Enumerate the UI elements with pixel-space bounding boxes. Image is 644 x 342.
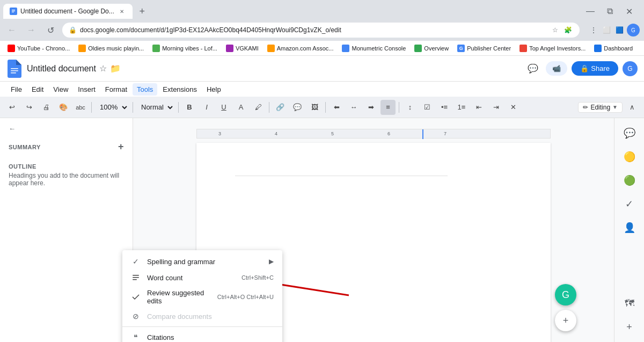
bookmark-dashboard[interactable]: Dashboard [591, 43, 636, 53]
bookmark-angel[interactable]: Top Angel Investors... [516, 43, 589, 53]
svg-rect-5 [11, 70, 18, 71]
bookmark-vgkami[interactable]: VGKAMI [223, 43, 262, 53]
minimize-button[interactable]: — [583, 4, 598, 19]
toolbar-separator-6 [399, 102, 399, 113]
italic-button[interactable]: I [199, 100, 214, 115]
svg-rect-4 [11, 68, 18, 69]
extensions-puzzle-icon[interactable]: 🧩 [562, 25, 573, 35]
undo-button[interactable]: ↩ [4, 100, 19, 115]
align-left-button[interactable]: ⬅ [329, 100, 344, 115]
ruler-area: 3 4 5 6 7 [144, 129, 603, 139]
docs-header-right: 💬 📹 🔒 Share G [524, 60, 638, 77]
insert-image-button[interactable]: 🖼 [307, 100, 322, 115]
line-spacing-button[interactable]: ↕ [402, 100, 418, 115]
highlight-button[interactable]: 🖊 [251, 100, 266, 115]
address-bar[interactable]: 🔒 docs.google.com/document/d/1gIP3d-EX12… [62, 23, 580, 38]
bookmark-label-pub: Publisher Center [467, 45, 511, 52]
right-panel-comments-button[interactable]: 💬 [619, 122, 640, 144]
bookmark-youtube[interactable]: YouTube - Chrono... [4, 43, 73, 53]
right-panel-chat-button[interactable]: 🟡 [619, 146, 640, 168]
docs-title-row: Untitled document ☆ 📁 [27, 63, 520, 74]
folder-icon[interactable]: 📁 [110, 63, 121, 74]
outline-section-title: OUTLINE [9, 163, 124, 170]
bookmark-amazon[interactable]: Amazon.com Assoc... [264, 43, 337, 53]
redo-button[interactable]: ↪ [21, 100, 36, 115]
bookmark-publisher[interactable]: G Publisher Center [454, 43, 514, 53]
sidebar-back-button[interactable]: ← [9, 122, 124, 135]
style-select[interactable]: Normal [136, 100, 175, 114]
zoom-select[interactable]: 100% [95, 100, 129, 114]
menu-file[interactable]: File [6, 83, 26, 96]
align-center-button[interactable]: ↔ [346, 100, 361, 115]
numbered-list-button[interactable]: 1≡ [454, 100, 469, 115]
new-tab-button[interactable]: + [135, 4, 150, 19]
bookmark-favicon-pub: G [457, 45, 465, 52]
spell-check-button[interactable]: abc [73, 100, 88, 115]
add-summary-button[interactable]: + [118, 141, 124, 152]
clear-format-button[interactable]: ✕ [506, 100, 521, 115]
document-title[interactable]: Untitled document [27, 64, 96, 74]
extension-icon-3[interactable]: 🟦 [614, 25, 625, 35]
paint-format-button[interactable]: 🎨 [56, 100, 71, 115]
menu-extensions[interactable]: Extensions [158, 83, 201, 96]
bookmark-morning[interactable]: Morning vibes - Lof... [149, 43, 221, 53]
menu-format[interactable]: Format [101, 83, 131, 96]
bookmark-oldies[interactable]: Oldies music playin... [75, 43, 147, 53]
menu-insert[interactable]: Insert [74, 83, 100, 96]
back-button[interactable]: ← [4, 23, 19, 38]
decrease-indent-button[interactable]: ⇤ [471, 100, 486, 115]
share-lock-icon: 🔒 [580, 64, 589, 72]
menu-option-spelling[interactable]: ✓ Spelling and grammar ▶ [122, 253, 282, 270]
menu-tools[interactable]: Tools [133, 83, 157, 96]
right-panel-add-button[interactable]: + [619, 316, 640, 338]
user-avatar[interactable]: G [623, 61, 638, 76]
menu-option-review[interactable]: Review suggested edits Ctrl+Alt+O Ctrl+A… [122, 286, 282, 308]
menu-view[interactable]: View [49, 83, 72, 96]
forward-button[interactable]: → [24, 23, 39, 38]
comment-history-button[interactable]: 💬 [524, 60, 541, 77]
menu-edit[interactable]: Edit [27, 83, 48, 96]
print-button[interactable]: 🖨 [39, 100, 54, 115]
explore-button[interactable]: + [555, 310, 576, 331]
bold-button[interactable]: B [182, 100, 197, 115]
menu-option-wordcount[interactable]: Word count Ctrl+Shift+C [122, 270, 282, 286]
address-text: docs.google.com/document/d/1gIP3d-EX12AA… [80, 26, 546, 34]
tab-bar: Untitled document - Google Do... ✕ + — ⧉… [0, 0, 644, 19]
restore-button[interactable]: ⧉ [602, 4, 617, 19]
right-panel-maps-button[interactable]: 🗺 [619, 293, 640, 314]
star-icon[interactable]: ☆ [99, 63, 107, 74]
justify-button[interactable]: ≡ [380, 100, 396, 115]
tab-close-btn[interactable]: ✕ [118, 7, 126, 16]
bookmark-label-music: Oldies music playin... [88, 45, 144, 52]
meet-button[interactable]: 📹 [546, 61, 567, 76]
right-panel-tasks-button[interactable]: ✓ [619, 193, 640, 215]
editing-badge[interactable]: ✏ Editing ▼ [578, 102, 623, 113]
bookmark-label-vg: VGKAMI [236, 45, 259, 52]
bookmark-monumetric[interactable]: Monumetric Console [339, 43, 409, 53]
menu-option-citations[interactable]: ❝ Citations [122, 329, 282, 342]
text-color-button[interactable]: A [233, 100, 248, 115]
collapse-toolbar-button[interactable]: ∧ [625, 100, 640, 115]
ruler-cursor [422, 129, 423, 139]
increase-indent-button[interactable]: ⇥ [488, 100, 503, 115]
extension-icon-2[interactable]: ⬜ [601, 25, 612, 35]
profile-avatar[interactable]: G [627, 24, 640, 37]
align-right-button[interactable]: ➡ [363, 100, 378, 115]
insert-comment-button[interactable]: 💬 [290, 100, 305, 115]
checklist-button[interactable]: ☑ [420, 100, 435, 115]
grammarly-button[interactable]: G [555, 284, 576, 305]
bullet-list-button[interactable]: •≡ [437, 100, 452, 115]
docs-logo [6, 59, 23, 78]
underline-button[interactable]: U [216, 100, 231, 115]
extension-icon-1[interactable]: ⋮ [588, 25, 599, 35]
insert-link-button[interactable]: 🔗 [273, 100, 288, 115]
right-panel-contacts-button[interactable]: 👤 [619, 217, 640, 238]
bookmark-star-icon[interactable]: ☆ [550, 25, 560, 35]
right-panel-meet-button[interactable]: 🟢 [619, 170, 640, 191]
reload-button[interactable]: ↺ [43, 23, 58, 38]
bookmark-overview[interactable]: Overview [411, 43, 452, 53]
active-tab[interactable]: Untitled document - Google Do... ✕ [3, 4, 133, 19]
menu-help[interactable]: Help [202, 83, 225, 96]
share-button[interactable]: 🔒 Share [572, 61, 618, 76]
close-button[interactable]: ✕ [621, 4, 636, 19]
